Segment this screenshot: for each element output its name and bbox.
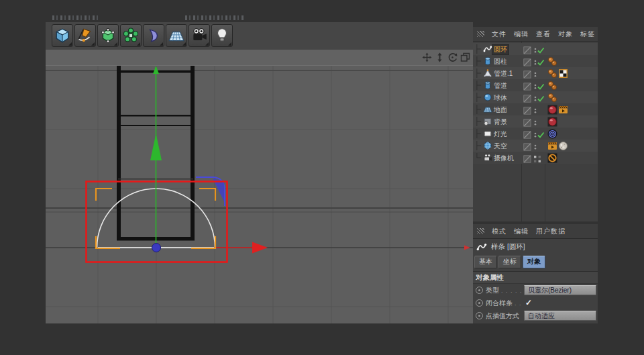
- enabled-check-icon[interactable]: [537, 93, 545, 101]
- tab-basic[interactable]: 基本: [474, 256, 497, 268]
- animate-circle-icon[interactable]: [476, 287, 483, 294]
- attribute-manager-menu-item[interactable]: 编辑: [514, 227, 529, 236]
- checker-texture-tag-icon[interactable]: [558, 68, 568, 79]
- enabled-check-icon[interactable]: [537, 45, 545, 53]
- animate-circle-icon[interactable]: [476, 312, 483, 319]
- object-row[interactable]: 天空: [473, 140, 598, 152]
- attribute-manager-menu-item[interactable]: 用户数据: [536, 227, 566, 236]
- spline-pen-button[interactable]: [74, 24, 96, 47]
- editor-visibility-dots-icon[interactable]: [533, 105, 538, 113]
- tab-coordinates[interactable]: 坐标: [498, 256, 521, 268]
- object-row[interactable]: 灯光: [473, 128, 598, 140]
- tab-object[interactable]: 对象: [523, 256, 545, 268]
- red-material-tag-icon[interactable]: [547, 105, 557, 115]
- material-balls-tag-icon[interactable]: [547, 56, 557, 66]
- sky-material-tag-icon[interactable]: [558, 141, 568, 151]
- object-row[interactable]: 圆柱: [473, 55, 598, 67]
- material-balls-tag-icon[interactable]: [547, 68, 557, 79]
- toggle-view-icon[interactable]: [460, 52, 470, 62]
- material-balls-tag-icon[interactable]: [547, 81, 557, 91]
- object-row[interactable]: 背景: [473, 115, 598, 128]
- enabled-check-icon[interactable]: [537, 81, 545, 89]
- main-menu-smudge: [185, 15, 246, 20]
- viewport-canvas[interactable]: [46, 66, 473, 323]
- visibility-toggle-icon[interactable]: [523, 57, 531, 65]
- editor-visibility-dots-icon[interactable]: [533, 117, 538, 125]
- object-label[interactable]: 管道.1: [494, 69, 513, 79]
- object-label[interactable]: 背景: [494, 117, 507, 127]
- protection-tag-icon[interactable]: [547, 153, 557, 163]
- object-manager-menu-item[interactable]: 标签: [580, 30, 595, 39]
- cube-primitive-icon: [54, 27, 71, 44]
- enabled-check-icon[interactable]: [537, 57, 545, 65]
- grip-hatch-icon[interactable]: [477, 31, 484, 37]
- object-row[interactable]: 地面: [473, 103, 598, 115]
- viewport[interactable]: [46, 65, 473, 323]
- floor-environment-button[interactable]: [166, 24, 187, 47]
- object-label[interactable]: 圆柱: [494, 57, 507, 66]
- interpolation-dropdown[interactable]: 自动适应: [524, 311, 596, 321]
- visibility-toggle-icon[interactable]: [523, 45, 531, 53]
- material-balls-tag-icon[interactable]: [547, 93, 557, 103]
- object-row[interactable]: 球体: [473, 91, 598, 103]
- target-rings-tag-icon[interactable]: [547, 129, 557, 139]
- type-dropdown[interactable]: 贝塞尔(Bezier): [524, 285, 596, 295]
- deformer-button[interactable]: [143, 24, 164, 47]
- red-material-tag-icon[interactable]: [547, 117, 557, 127]
- object-label[interactable]: 球体: [494, 93, 507, 103]
- compositing-tag-icon[interactable]: [547, 141, 557, 151]
- tag-row: [547, 129, 557, 139]
- dolly-icon[interactable]: [435, 52, 445, 62]
- attribute-object-title: 样条 [圆环]: [491, 242, 525, 252]
- visibility-toggle-icon[interactable]: [523, 81, 531, 89]
- enabled-check-icon[interactable]: [537, 130, 545, 138]
- object-manager-menu-item[interactable]: 编辑: [514, 30, 529, 39]
- cube-primitive-button[interactable]: [52, 24, 73, 47]
- editor-visibility-dots-icon[interactable]: [533, 142, 538, 150]
- object-label[interactable]: 管道: [494, 81, 507, 91]
- object-row[interactable]: 圆环: [473, 43, 598, 55]
- pan-icon[interactable]: [422, 52, 432, 62]
- object-label[interactable]: 摄像机: [494, 154, 514, 163]
- visibility-toggle-icon[interactable]: [523, 105, 531, 113]
- compositing-tag-icon[interactable]: [558, 105, 568, 115]
- type-property-row: 类型. . . . .贝塞尔(Bezier): [473, 284, 598, 297]
- visibility-toggle-icon[interactable]: [523, 142, 531, 150]
- make-editable-button[interactable]: [97, 24, 119, 47]
- tree-branch-icon: [474, 103, 484, 115]
- object-label[interactable]: 地面: [494, 105, 507, 115]
- tag-row: [547, 81, 557, 91]
- visibility-toggle-icon[interactable]: [523, 69, 531, 77]
- x-axis-handle[interactable]: [252, 242, 268, 254]
- camera-tool-button[interactable]: [189, 24, 210, 47]
- attribute-manager-menu-item[interactable]: 模式: [492, 227, 506, 236]
- object-label[interactable]: 天空: [494, 142, 507, 151]
- object-manager-menu-item[interactable]: 查看: [536, 30, 551, 39]
- application-window: 文件编辑查看对象标签 圆环圆柱管道.1管道球体地面背景灯光天空摄像机 模式编辑用…: [0, 0, 644, 355]
- rotate-icon[interactable]: [447, 52, 458, 62]
- attribute-tabs: 基本坐标对象: [473, 255, 598, 268]
- light-tool-button[interactable]: [211, 24, 233, 47]
- object-manager-menu-item[interactable]: 对象: [558, 30, 573, 39]
- close-spline-checkbox[interactable]: ✓: [525, 298, 532, 307]
- editor-visibility-dots-icon[interactable]: [533, 69, 538, 77]
- attribute-manager: 模式编辑用户数据 样条 [圆环] 基本坐标对象 对象属性 类型. . . . .…: [473, 224, 598, 323]
- visibility-toggle-icon[interactable]: [523, 154, 531, 162]
- object-manager-menu: 文件编辑查看对象标签: [473, 27, 598, 42]
- visibility-toggle-icon[interactable]: [523, 93, 531, 101]
- visibility-toggle-icon[interactable]: [523, 130, 531, 138]
- property-label: 类型: [486, 286, 499, 295]
- object-label[interactable]: 圆环: [492, 45, 508, 54]
- object-row[interactable]: 管道: [473, 79, 598, 91]
- cloner-button[interactable]: [120, 24, 142, 47]
- camera-view-toggle-icon[interactable]: [533, 154, 541, 162]
- object-label[interactable]: 灯光: [494, 130, 507, 139]
- animate-circle-icon[interactable]: [476, 299, 483, 307]
- object-row[interactable]: 管道.1: [473, 67, 598, 79]
- object-row[interactable]: 摄像机: [473, 152, 598, 164]
- y-axis-handle[interactable]: [150, 66, 162, 248]
- object-manager-menu-item[interactable]: 文件: [492, 30, 506, 39]
- origin-point-handle[interactable]: [152, 244, 161, 252]
- grip-hatch-icon[interactable]: [477, 228, 484, 234]
- visibility-toggle-icon[interactable]: [523, 117, 531, 125]
